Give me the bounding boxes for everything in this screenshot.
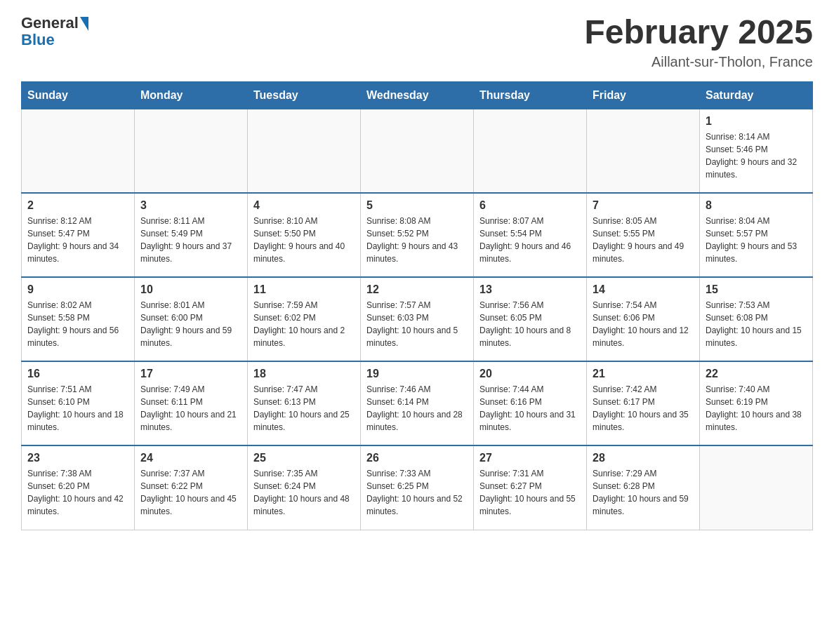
calendar-header-row: SundayMondayTuesdayWednesdayThursdayFrid… [22,81,813,109]
day-header-sunday: Sunday [22,81,135,109]
calendar-cell: 28Sunrise: 7:29 AMSunset: 6:28 PMDayligh… [587,445,700,530]
day-header-wednesday: Wednesday [361,81,474,109]
day-info: Sunrise: 7:35 AMSunset: 6:24 PMDaylight:… [253,467,355,518]
page-header: General Blue February 2025 Aillant-sur-T… [21,14,813,70]
day-header-saturday: Saturday [700,81,813,109]
day-number: 7 [593,199,694,212]
calendar-cell [135,109,248,193]
day-info: Sunrise: 8:14 AMSunset: 5:46 PMDaylight:… [706,130,807,181]
day-number: 12 [366,283,468,296]
calendar-cell [22,109,135,193]
calendar-week-row: 1Sunrise: 8:14 AMSunset: 5:46 PMDaylight… [22,109,813,193]
day-info: Sunrise: 8:12 AMSunset: 5:47 PMDaylight:… [27,215,128,265]
logo-top: General [21,14,88,32]
day-number: 23 [27,452,128,464]
day-info: Sunrise: 7:40 AMSunset: 6:19 PMDaylight:… [706,383,807,434]
day-info: Sunrise: 7:44 AMSunset: 6:16 PMDaylight:… [479,383,581,434]
calendar-cell: 4Sunrise: 8:10 AMSunset: 5:50 PMDaylight… [248,193,361,277]
calendar-cell: 3Sunrise: 8:11 AMSunset: 5:49 PMDaylight… [135,193,248,277]
calendar-cell: 1Sunrise: 8:14 AMSunset: 5:46 PMDaylight… [700,109,813,193]
logo-blue-text: Blue [21,31,55,49]
day-number: 25 [253,452,355,464]
calendar-cell: 5Sunrise: 8:08 AMSunset: 5:52 PMDaylight… [361,193,474,277]
calendar-week-row: 2Sunrise: 8:12 AMSunset: 5:47 PMDaylight… [22,193,813,277]
day-info: Sunrise: 7:53 AMSunset: 6:08 PMDaylight:… [706,299,807,349]
calendar-cell: 27Sunrise: 7:31 AMSunset: 6:27 PMDayligh… [474,445,587,530]
day-info: Sunrise: 7:51 AMSunset: 6:10 PMDaylight:… [27,383,128,434]
day-number: 19 [366,368,468,380]
day-info: Sunrise: 8:10 AMSunset: 5:50 PMDaylight:… [253,215,355,265]
day-number: 28 [593,452,694,464]
calendar-cell: 18Sunrise: 7:47 AMSunset: 6:13 PMDayligh… [248,361,361,445]
calendar-cell: 21Sunrise: 7:42 AMSunset: 6:17 PMDayligh… [587,361,700,445]
day-info: Sunrise: 7:56 AMSunset: 6:05 PMDaylight:… [479,299,581,349]
day-info: Sunrise: 7:57 AMSunset: 6:03 PMDaylight:… [366,299,468,349]
day-number: 2 [27,199,128,212]
day-info: Sunrise: 8:11 AMSunset: 5:49 PMDaylight:… [140,215,241,265]
calendar-cell: 20Sunrise: 7:44 AMSunset: 6:16 PMDayligh… [474,361,587,445]
day-info: Sunrise: 8:07 AMSunset: 5:54 PMDaylight:… [479,215,581,265]
calendar-cell: 23Sunrise: 7:38 AMSunset: 6:20 PMDayligh… [22,445,135,530]
calendar-cell: 22Sunrise: 7:40 AMSunset: 6:19 PMDayligh… [700,361,813,445]
calendar-cell: 11Sunrise: 7:59 AMSunset: 6:02 PMDayligh… [248,277,361,361]
calendar-cell: 15Sunrise: 7:53 AMSunset: 6:08 PMDayligh… [700,277,813,361]
day-header-thursday: Thursday [474,81,587,109]
day-number: 15 [706,283,807,296]
calendar-cell [474,109,587,193]
logo-arrow-icon [80,17,88,31]
logo: General Blue [21,14,88,49]
calendar-cell: 12Sunrise: 7:57 AMSunset: 6:03 PMDayligh… [361,277,474,361]
title-section: February 2025 Aillant-sur-Tholon, France [584,14,813,70]
calendar-cell: 6Sunrise: 8:07 AMSunset: 5:54 PMDaylight… [474,193,587,277]
day-info: Sunrise: 7:49 AMSunset: 6:11 PMDaylight:… [140,383,241,434]
calendar-cell [587,109,700,193]
calendar-cell: 19Sunrise: 7:46 AMSunset: 6:14 PMDayligh… [361,361,474,445]
calendar-table: SundayMondayTuesdayWednesdayThursdayFrid… [21,81,813,530]
day-info: Sunrise: 8:08 AMSunset: 5:52 PMDaylight:… [366,215,468,265]
calendar-cell: 2Sunrise: 8:12 AMSunset: 5:47 PMDaylight… [22,193,135,277]
day-info: Sunrise: 8:04 AMSunset: 5:57 PMDaylight:… [706,215,807,265]
day-number: 14 [593,283,694,296]
calendar-cell: 14Sunrise: 7:54 AMSunset: 6:06 PMDayligh… [587,277,700,361]
calendar-cell: 9Sunrise: 8:02 AMSunset: 5:58 PMDaylight… [22,277,135,361]
month-title: February 2025 [584,14,813,51]
day-info: Sunrise: 8:01 AMSunset: 6:00 PMDaylight:… [140,299,241,349]
calendar-cell: 25Sunrise: 7:35 AMSunset: 6:24 PMDayligh… [248,445,361,530]
calendar-cell [361,109,474,193]
day-info: Sunrise: 7:29 AMSunset: 6:28 PMDaylight:… [593,467,694,518]
calendar-cell [248,109,361,193]
day-number: 17 [140,368,241,380]
day-info: Sunrise: 7:42 AMSunset: 6:17 PMDaylight:… [593,383,694,434]
day-header-monday: Monday [135,81,248,109]
day-number: 6 [479,199,581,212]
calendar-cell: 24Sunrise: 7:37 AMSunset: 6:22 PMDayligh… [135,445,248,530]
day-number: 20 [479,368,581,380]
day-number: 3 [140,199,241,212]
day-info: Sunrise: 7:46 AMSunset: 6:14 PMDaylight:… [366,383,468,434]
logo-general-text: General [21,14,79,32]
day-number: 16 [27,368,128,380]
day-number: 24 [140,452,241,464]
calendar-cell: 17Sunrise: 7:49 AMSunset: 6:11 PMDayligh… [135,361,248,445]
day-number: 21 [593,368,694,380]
calendar-week-row: 23Sunrise: 7:38 AMSunset: 6:20 PMDayligh… [22,445,813,530]
day-number: 11 [253,283,355,296]
calendar-week-row: 16Sunrise: 7:51 AMSunset: 6:10 PMDayligh… [22,361,813,445]
day-info: Sunrise: 8:05 AMSunset: 5:55 PMDaylight:… [593,215,694,265]
day-number: 9 [27,283,128,296]
day-number: 18 [253,368,355,380]
calendar-cell [700,445,813,530]
day-number: 8 [706,199,807,212]
day-number: 4 [253,199,355,212]
day-number: 5 [366,199,468,212]
calendar-cell: 8Sunrise: 8:04 AMSunset: 5:57 PMDaylight… [700,193,813,277]
day-number: 27 [479,452,581,464]
day-number: 22 [706,368,807,380]
day-info: Sunrise: 7:37 AMSunset: 6:22 PMDaylight:… [140,467,241,518]
day-info: Sunrise: 7:33 AMSunset: 6:25 PMDaylight:… [366,467,468,518]
calendar-cell: 10Sunrise: 8:01 AMSunset: 6:00 PMDayligh… [135,277,248,361]
day-info: Sunrise: 7:59 AMSunset: 6:02 PMDaylight:… [253,299,355,349]
calendar-cell: 26Sunrise: 7:33 AMSunset: 6:25 PMDayligh… [361,445,474,530]
day-info: Sunrise: 7:54 AMSunset: 6:06 PMDaylight:… [593,299,694,349]
calendar-week-row: 9Sunrise: 8:02 AMSunset: 5:58 PMDaylight… [22,277,813,361]
